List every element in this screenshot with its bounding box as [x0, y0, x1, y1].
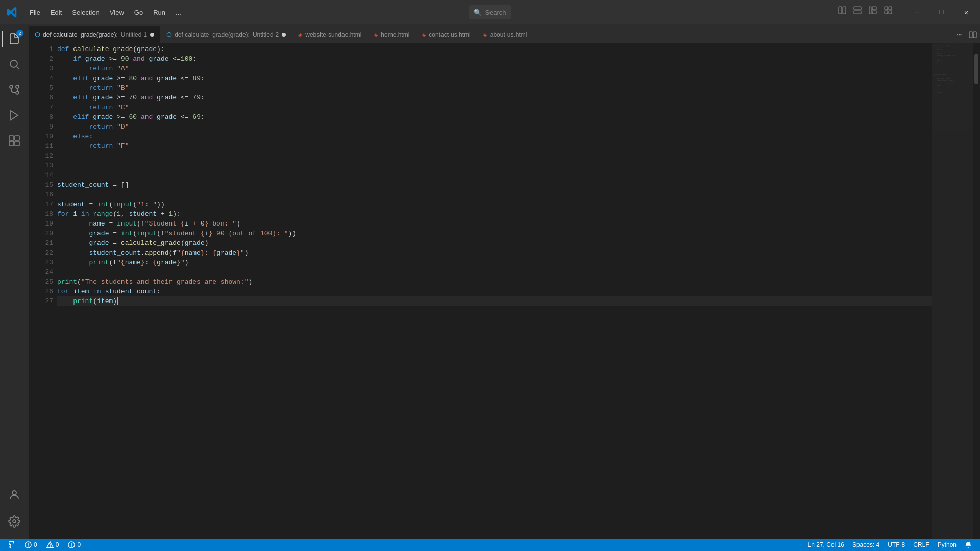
menu-more[interactable]: ...	[170, 0, 186, 24]
window-controls: ─ □ ✕	[905, 4, 980, 20]
warnings-count: 0	[56, 541, 59, 548]
code-line-9: return "D"	[57, 122, 932, 132]
status-branch[interactable]	[4, 539, 19, 551]
svg-rect-3	[854, 11, 861, 14]
svg-rect-4	[869, 7, 871, 14]
menu-bar: File Edit Selection View Go Run ...	[24, 0, 186, 24]
activity-explorer[interactable]: 2	[2, 27, 27, 51]
status-notifications[interactable]	[961, 539, 976, 551]
tab1-modified-dot	[150, 33, 154, 37]
svg-point-22	[12, 491, 16, 495]
menu-go[interactable]: Go	[129, 0, 148, 24]
minimap: def calculate_grade(grade): if grade >= …	[932, 43, 973, 539]
scroll-thumb[interactable]	[974, 54, 978, 84]
tab1-icon: ⬡	[35, 31, 40, 38]
split-editor-button[interactable]	[966, 26, 980, 43]
layout-icon-4[interactable]	[882, 4, 894, 16]
activity-search[interactable]	[2, 52, 27, 77]
code-line-17: student = int(input("1: "))	[57, 199, 932, 209]
tab6-label: about-us.html	[490, 31, 527, 38]
code-line-2: if grade >= 90 and grade <=100:	[57, 54, 932, 64]
code-line-19: name = input(f"Student {i + 0} bon: ")	[57, 219, 932, 229]
svg-rect-8	[889, 7, 892, 10]
svg-rect-18	[9, 136, 14, 140]
code-line-14	[57, 170, 932, 180]
tab-untitled-1[interactable]: ⬡ def calculate_grade(grade): Untitled-1	[29, 26, 160, 43]
status-bar: 0 0 0 Ln 27, Col 16 Spaces: 4 UTF-8 CRLF…	[0, 539, 980, 551]
menu-file[interactable]: File	[24, 0, 45, 24]
search-bar[interactable]: 🔍 Search	[469, 5, 511, 19]
svg-marker-17	[11, 111, 18, 120]
menu-selection[interactable]: Selection	[67, 0, 104, 24]
layout-icon-3[interactable]	[867, 4, 879, 16]
tab-bar: ⬡ def calculate_grade(grade): Untitled-1…	[29, 24, 980, 43]
activity-extensions[interactable]	[2, 129, 27, 153]
tab3-label: website-sundae.html	[305, 31, 361, 38]
status-right: Ln 27, Col 16 Spaces: 4 UTF-8 CRLF Pytho…	[804, 539, 976, 551]
search-text: Search	[485, 9, 506, 16]
vertical-scrollbar[interactable]	[973, 43, 980, 539]
code-line-11: return "F"	[57, 141, 932, 151]
svg-rect-7	[885, 7, 888, 10]
editor-content: 1 2 3 4 5 6 7 8 9 10 11 12 13 14 15 16 1	[29, 43, 980, 539]
minimize-button[interactable]: ─	[905, 4, 929, 20]
code-editor[interactable]: 1 2 3 4 5 6 7 8 9 10 11 12 13 14 15 16 1	[29, 43, 980, 539]
code-line-8: elif grade >= 60 and grade <= 69:	[57, 112, 932, 122]
code-line-26: for item in student_count:	[57, 287, 932, 296]
menu-view[interactable]: View	[105, 0, 129, 24]
code-line-22: student_count.append(f"{name}: {grade}")	[57, 248, 932, 258]
tab4-label: home.html	[381, 31, 409, 38]
code-line-3: return "A"	[57, 64, 932, 73]
tab2-filename: Untitled-2	[253, 31, 279, 38]
maximize-button[interactable]: □	[930, 4, 953, 20]
activity-settings[interactable]	[2, 509, 27, 534]
code-line-1: def calculate_grade(grade):	[57, 44, 932, 54]
code-line-27: print(item)	[57, 296, 932, 306]
tab-home[interactable]: ◈ home.html	[368, 26, 415, 43]
status-info[interactable]: 0	[64, 539, 85, 551]
menu-edit[interactable]: Edit	[45, 0, 67, 24]
status-spaces[interactable]: Spaces: 4	[848, 539, 884, 551]
code-content[interactable]: def calculate_grade(grade): if grade >= …	[57, 43, 932, 539]
tab6-icon: ◈	[483, 32, 487, 38]
menu-run[interactable]: Run	[148, 0, 170, 24]
status-line-ending[interactable]: CRLF	[909, 539, 933, 551]
layout-icon-1[interactable]	[836, 4, 848, 16]
close-button[interactable]: ✕	[954, 4, 978, 20]
svg-rect-19	[15, 136, 19, 140]
vscode-logo	[0, 0, 24, 24]
svg-point-13	[16, 91, 19, 94]
title-bar: File Edit Selection View Go Run ... 🔍 Se…	[0, 0, 980, 24]
svg-rect-0	[839, 7, 842, 14]
tab3-icon: ◈	[298, 32, 302, 38]
status-ln-col[interactable]: Ln 27, Col 16	[804, 539, 848, 551]
code-line-25: print("The students and their grades are…	[57, 277, 932, 287]
layout-icon-2[interactable]	[851, 4, 864, 16]
tab2-label: def calculate_grade(grade):	[175, 31, 250, 38]
svg-point-11	[10, 60, 17, 67]
code-line-16	[57, 190, 932, 199]
activity-account[interactable]	[2, 483, 27, 507]
tab-more-button[interactable]: ⋯	[952, 26, 966, 43]
tab4-icon: ◈	[374, 32, 378, 38]
code-line-24	[57, 267, 932, 277]
status-warnings[interactable]: 0	[42, 539, 63, 551]
status-language[interactable]: Python	[934, 539, 961, 551]
code-line-23: print(f"{name}: {grade}")	[57, 258, 932, 267]
activity-bar: 2	[0, 24, 29, 539]
editor-area: ⬡ def calculate_grade(grade): Untitled-1…	[29, 24, 980, 539]
activity-run-debug[interactable]	[2, 103, 27, 128]
tab-untitled-2[interactable]: ⬡ def calculate_grade(grade): Untitled-2	[160, 26, 292, 43]
svg-rect-1	[843, 7, 846, 14]
status-errors[interactable]: 0	[20, 539, 41, 551]
code-line-4: elif grade >= 80 and grade <= 89:	[57, 73, 932, 83]
status-encoding[interactable]: UTF-8	[884, 539, 909, 551]
tab-website-sundae[interactable]: ◈ website-sundae.html	[292, 26, 368, 43]
svg-rect-10	[889, 11, 892, 14]
svg-rect-21	[15, 141, 19, 146]
tab-about[interactable]: ◈ about-us.html	[477, 26, 533, 43]
activity-source-control[interactable]	[2, 78, 27, 102]
info-count: 0	[77, 541, 81, 548]
tab-contact[interactable]: ◈ contact-us.html	[415, 26, 476, 43]
svg-rect-6	[872, 11, 876, 14]
